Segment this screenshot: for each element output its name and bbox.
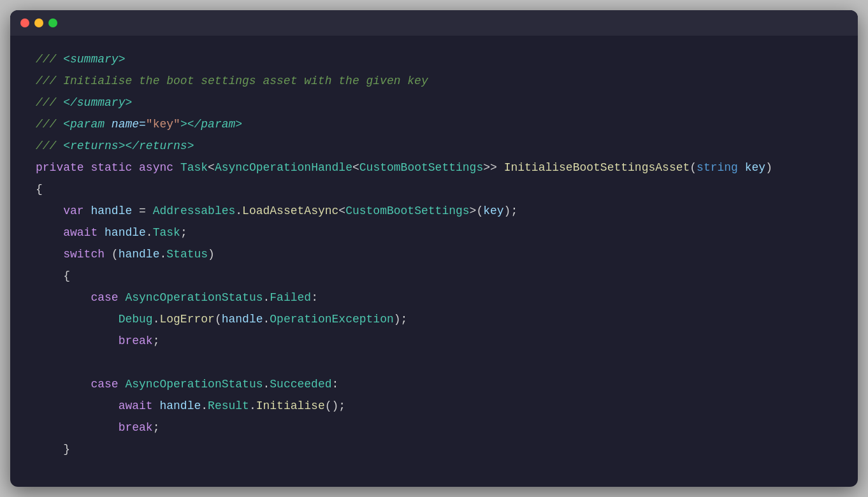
code-editor[interactable]: /// <summary> /// Initialise the boot se…: [10, 36, 858, 487]
close-button[interactable]: [20, 18, 29, 27]
titlebar: [10, 10, 858, 36]
minimize-button[interactable]: [34, 18, 43, 27]
maximize-button[interactable]: [48, 18, 57, 27]
editor-window: /// <summary> /// Initialise the boot se…: [10, 10, 858, 487]
